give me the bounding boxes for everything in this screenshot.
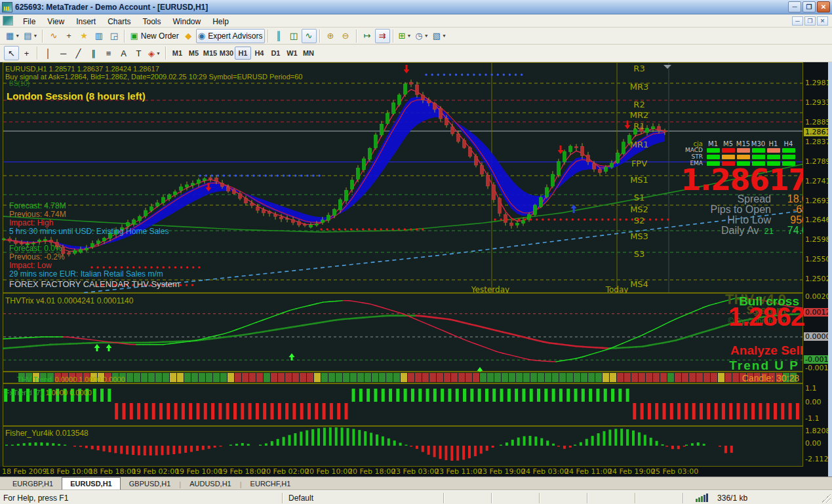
timeframe-h4[interactable]: H4 xyxy=(251,47,267,60)
market-watch-icon: ▥ xyxy=(95,31,103,41)
chart-tabs: EURGBP,H1 EURUSD,H1 GBPUSD,H1|AUDUSD,H1|… xyxy=(0,476,832,490)
timeframe-mn[interactable]: MN xyxy=(300,47,317,60)
price-scale[interactable]: 1.298101.293301.288501.283701.278901.274… xyxy=(803,62,828,476)
dashboard-cell-green xyxy=(767,155,780,159)
stat-row: Hi to Low950 xyxy=(711,215,808,225)
child-minimize-button[interactable]: ─ xyxy=(792,16,803,26)
menu-help[interactable]: Help xyxy=(207,16,235,28)
svg-text:R2: R2 xyxy=(633,100,644,109)
indicators-icon: ⊞ xyxy=(399,31,406,41)
chevron-down-icon: ▼ xyxy=(156,51,161,56)
close-button[interactable]: ✕ xyxy=(817,1,830,12)
zoom-out-button[interactable]: ⊖ xyxy=(338,29,353,43)
thvtrix-panel[interactable] xyxy=(0,293,803,372)
toolbar-separator xyxy=(42,29,43,43)
equidistant-channel-button[interactable]: ∥ xyxy=(86,46,101,60)
dashboard-cell-green xyxy=(782,148,795,153)
svg-text:MS3: MS3 xyxy=(630,231,648,241)
timeframe-m30[interactable]: M30 xyxy=(218,47,235,60)
market-watch-button[interactable]: ▥ xyxy=(91,29,106,43)
time-label: 24 Feb 19:00 xyxy=(608,467,655,476)
restore-button[interactable]: ❐ xyxy=(802,1,816,12)
child-restore-button[interactable]: ❐ xyxy=(804,16,816,26)
periods-button[interactable]: ◷▼ xyxy=(413,29,430,43)
timeframe-m1[interactable]: M1 xyxy=(169,47,186,60)
text-icon: A xyxy=(121,48,127,58)
zoom-in-button[interactable]: ⊕ xyxy=(323,29,338,43)
line-chart-button[interactable]: ∿ xyxy=(302,29,317,43)
timeframe-h1[interactable]: H1 xyxy=(235,47,251,60)
timeframe-d1[interactable]: D1 xyxy=(267,47,284,60)
dashboard-cell-green xyxy=(707,155,720,159)
cursor-icon: ↖ xyxy=(8,48,15,58)
stats-block: Spread18.0Pips to Open-69Hi to Low950Dai… xyxy=(711,194,808,236)
stat-label: Hi to Low xyxy=(727,215,771,225)
text-label-button[interactable]: T xyxy=(131,46,146,60)
zoom-out-icon: ⊖ xyxy=(342,31,349,41)
menubar: FileViewInsertChartsToolsWindowHelp ─ ❐ … xyxy=(0,14,832,28)
svg-text:MS1: MS1 xyxy=(630,175,648,185)
statusbar: For Help, press F1 Default 336/1 kb xyxy=(0,490,832,504)
text-button[interactable]: A xyxy=(116,46,131,60)
connection-status-icon xyxy=(696,494,708,502)
status-template[interactable]: Default xyxy=(283,493,319,503)
alert-icon: ◆ xyxy=(185,31,191,41)
svg-text:R3: R3 xyxy=(633,64,644,73)
templates-icon: ▧ xyxy=(433,31,441,41)
timeframe-m5[interactable]: M5 xyxy=(186,47,202,60)
chart-shift-button[interactable]: ⇉ xyxy=(375,29,390,43)
resize-grip[interactable] xyxy=(822,494,831,503)
chart-tab-gbpusd[interactable]: GBPUSD,H1 xyxy=(121,477,180,490)
minimize-button[interactable]: ─ xyxy=(788,1,801,12)
auto-scroll-button[interactable]: ↦ xyxy=(360,29,375,43)
dashboard-cell-orange xyxy=(722,155,735,159)
cursor-button[interactable]: ↖ xyxy=(4,46,19,60)
chart-tab-eurusd[interactable]: EURUSD,H1 xyxy=(62,477,121,490)
favorites-button[interactable]: ★ xyxy=(76,29,91,43)
new-chart-button[interactable]: ▦▼ xyxy=(4,29,22,43)
templates-button[interactable]: ▧▼ xyxy=(431,29,448,43)
horizontal-line-button[interactable]: ─ xyxy=(56,46,71,60)
data-window-button[interactable]: ◲ xyxy=(106,29,121,43)
alert-button[interactable]: ◆ xyxy=(181,29,196,43)
chart-tab-eurgbp[interactable]: EURGBP,H1 xyxy=(4,477,62,490)
fxtrend-panel[interactable] xyxy=(0,383,803,426)
time-label: 24 Feb 11:00 xyxy=(565,467,612,476)
chart-window-icon xyxy=(3,16,13,26)
arrows-button[interactable]: ◈▼ xyxy=(146,46,163,60)
new-order-button[interactable]: ▣New Order xyxy=(128,29,180,43)
menu-window[interactable]: Window xyxy=(167,16,207,28)
chart-tab-eurchf[interactable]: EURCHF,H1 xyxy=(242,477,300,490)
stat-label: Daily Av xyxy=(721,225,759,236)
window-title: 625693: MetaTrader - Demo Account - [EUR… xyxy=(15,3,788,12)
svg-text:S3: S3 xyxy=(634,249,645,259)
menu-charts[interactable]: Charts xyxy=(102,16,136,28)
trendline-button[interactable]: ╱ xyxy=(71,46,86,60)
thvtrend-band-panel[interactable] xyxy=(0,372,803,383)
fibonacci-button[interactable]: ≡ xyxy=(101,46,116,60)
stat-extra: 21 xyxy=(764,226,774,237)
child-close-button[interactable]: ✕ xyxy=(817,16,828,26)
svg-text:MS4: MS4 xyxy=(630,279,648,289)
menu-tools[interactable]: Tools xyxy=(137,16,167,28)
chart-area: R3MR3R2MR2R1MR1FPVMS1S1MS2S2MS3S3MS4Yest… xyxy=(0,62,832,476)
candlestick-chart-button[interactable]: ◫ xyxy=(287,29,302,43)
menu-view[interactable]: View xyxy=(41,16,70,28)
stat-row: Spread18.0 xyxy=(711,194,808,204)
expert-advisors-button[interactable]: ◉Expert Advisors xyxy=(196,29,265,43)
chart-tab-audusd[interactable]: AUDUSD,H1 xyxy=(181,477,240,490)
profiles-button[interactable]: ▤▼ xyxy=(22,29,39,43)
fisher-panel[interactable] xyxy=(0,426,803,467)
menu-insert[interactable]: Insert xyxy=(70,16,102,28)
tick-chart-button[interactable]: ∿ xyxy=(46,29,61,43)
status-help-text: For Help, press F1 xyxy=(0,494,282,503)
cja-dashboard: cjaM1M5M15M30H1H4MACDSTREMA xyxy=(675,140,796,166)
timeframe-m15[interactable]: M15 xyxy=(202,47,218,60)
crosshair-tool-button[interactable]: + xyxy=(19,46,34,60)
timeframe-w1[interactable]: W1 xyxy=(284,47,300,60)
indicators-button[interactable]: ⊞▼ xyxy=(397,29,414,43)
menu-file[interactable]: File xyxy=(17,16,41,28)
vertical-line-button[interactable]: │ xyxy=(41,46,56,60)
bar-chart-button[interactable]: ║ xyxy=(271,29,287,43)
crosshair-button[interactable]: + xyxy=(61,29,76,43)
